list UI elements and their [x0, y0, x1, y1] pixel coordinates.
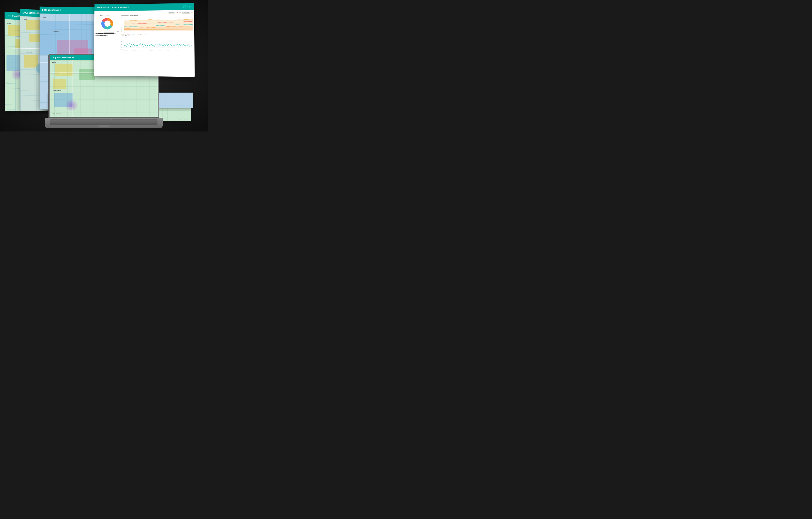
svg-text:06/22 00:00: 06/22 00:00 [175, 51, 179, 51]
svg-text:06/21 00:00: 06/21 00:00 [166, 50, 170, 51]
bar-traffic-fill [104, 33, 114, 34]
svg-text:06/18 00:00: 06/18 00:00 [141, 50, 145, 51]
svg-text:25: 25 [121, 24, 123, 25]
historic-chart: Sources of Pollution - Historic Percenta… [121, 15, 193, 35]
bar-agriculture: Agriculture 17% [95, 35, 119, 36]
bar-traffic: Traffic 80% [95, 33, 119, 34]
donut-chart-wrap [95, 17, 119, 30]
svg-text:06/21 00:00: 06/21 00:00 [166, 32, 170, 33]
svg-text:110: 110 [121, 44, 122, 45]
date-from-input[interactable]: 16/06/2021 [168, 12, 175, 14]
laptop-zone-2 [53, 80, 66, 89]
pollution-date-bar: from: 16/06/2021 📅 To: 24/06/2021 📅 [96, 11, 193, 14]
laptop-screen-title: AIR QUALITY PREDICTION SE... [52, 57, 75, 59]
bar-traffic-pct: 80% [114, 33, 116, 34]
main-scene: AIR QUALITY PREDICTION SE... ALFHEIM KOL… [0, 0, 208, 131]
date-to-label: To: [179, 12, 181, 13]
bar-agriculture-label: Agriculture [95, 35, 103, 36]
co2-chart-section: Equivalent CO2 - Historic 120 115 110 10… [120, 35, 193, 75]
historic-legend: Industry Traffic Port [121, 34, 193, 35]
laptop-base [45, 118, 163, 128]
svg-text:06/20 00:00: 06/20 00:00 [158, 32, 162, 33]
svg-text:115: 115 [121, 41, 122, 42]
logo: h h3pu [183, 5, 192, 8]
laptop-road-v [72, 60, 73, 117]
bar-agriculture-fill [104, 35, 106, 36]
laptop-label-3: CHARLOTTENHOF [54, 90, 61, 91]
svg-text:06/16 16:00: 06/16 16:00 [124, 50, 127, 51]
svg-text:06/18 00:00: 06/18 00:00 [141, 32, 145, 33]
svg-text:06/17 09:00: 06/17 09:00 [132, 50, 136, 51]
legend-traffic: Traffic [127, 34, 131, 35]
legend-eea: EEA [145, 34, 148, 35]
svg-text:15: 15 [121, 29, 122, 30]
svg-text:06/19 00:00: 06/19 00:00 [149, 50, 153, 51]
laptop-hinge [49, 117, 159, 118]
historic-line-chart: 35 30 25 20 15 10 [121, 16, 193, 33]
svg-text:06/23 00:00: 06/23 00:00 [184, 51, 188, 51]
svg-text:06/16 16:00: 06/16 16:00 [124, 32, 128, 33]
right-column: Sources of Pollution - Historic Percenta… [120, 15, 193, 75]
keyboard-row-2 [50, 121, 157, 122]
svg-line-9 [124, 18, 193, 18]
svg-text:06/18 08:00: 06/18 08:00 [149, 32, 153, 33]
svg-text:06/23 00:00: 06/23 00:00 [184, 32, 188, 33]
svg-text:06/20 00:00: 06/20 00:00 [158, 50, 162, 51]
svg-text:30: 30 [121, 21, 123, 22]
card-zoning-header: ZONING SERVICE [40, 7, 102, 14]
svg-text:20: 20 [121, 27, 122, 28]
logo-text: h3pu [187, 5, 192, 7]
keyboard-row-1 [50, 119, 157, 121]
card-pollution-header: POLLUTION ORIGINS SERVICE h h3pu [94, 3, 194, 11]
laptop-trackpad [99, 125, 109, 127]
donut-section: Sources of Pollution - Percentages [95, 15, 119, 30]
bar-traffic-label: Traffic [95, 33, 103, 34]
svg-text:35: 35 [121, 17, 122, 18]
legend-agriculture: Agriculture [138, 34, 143, 35]
svg-text:100: 100 [121, 47, 122, 48]
logo-hex-icon: h [183, 5, 186, 8]
legend-industry: Industry [121, 34, 125, 35]
svg-text:10: 10 [121, 31, 122, 32]
card-pollution-title: POLLUTION ORIGINS SERVICE [97, 6, 129, 8]
bar-agriculture-pct: 17% [106, 35, 108, 36]
co2-label: Equivalent CO2 - Historic [121, 35, 193, 36]
laptop-label-1: ALFHEIM [52, 62, 56, 63]
laptop-zone-3 [80, 69, 95, 80]
svg-text:120: 120 [121, 37, 122, 38]
co2-line-chart: 120 115 110 100 95 [121, 37, 193, 52]
co2-legend: CO2 [121, 53, 193, 54]
laptop-keyboard [50, 119, 157, 125]
current-label: current [95, 31, 119, 32]
pollution-card-body: from: 16/06/2021 📅 To: 24/06/2021 📅 Sour… [94, 10, 195, 77]
date-from-label: from: [164, 12, 166, 13]
svg-text:06/17 12:00: 06/17 12:00 [132, 32, 136, 33]
svg-text:95: 95 [121, 49, 122, 50]
card-zoning-title: ZONING SERVICE [42, 9, 61, 11]
card-pollution: POLLUTION ORIGINS SERVICE h h3pu from: 1… [94, 3, 195, 77]
left-column: Sources of Pollution - Percentages [95, 15, 119, 75]
donut-label: Sources of Pollution - Percentages [96, 15, 119, 17]
historic-label: Sources of Pollution - Historic Percenta… [121, 15, 193, 16]
svg-text:06/22 00:00: 06/22 00:00 [175, 32, 179, 33]
laptop-label-2: KOLENBRANDT [60, 72, 66, 73]
laptop-label-4: CHARLOTTENHOF VELD [52, 113, 61, 114]
laptop-heatmap [64, 100, 80, 111]
laptop-zone-1 [55, 64, 72, 76]
svg-text:h: h [184, 6, 185, 7]
date-to-input[interactable]: 24/06/2021 [182, 11, 190, 14]
keyboard-row-3 [50, 122, 157, 124]
legend-port: Port [133, 34, 136, 35]
donut-chart [101, 17, 114, 30]
current-bars-section: current Traffic 80% Agriculture [95, 31, 119, 36]
